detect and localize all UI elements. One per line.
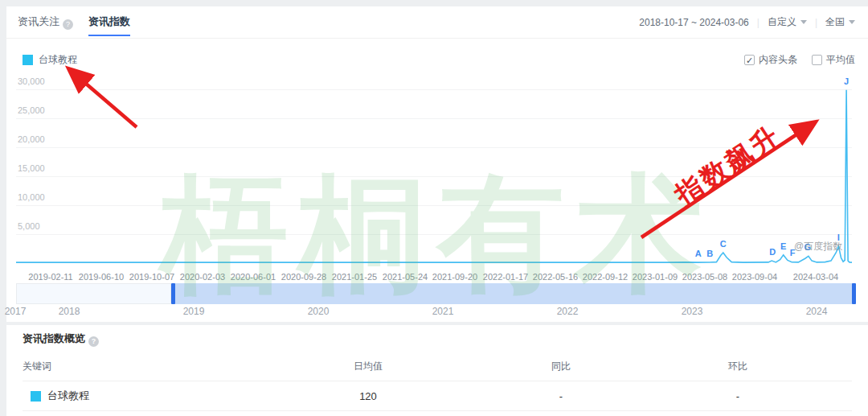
x-axis-tick: 2020-09-28 [281, 272, 326, 282]
x-axis-tick: 2022-05-16 [533, 272, 578, 282]
event-marker-A[interactable]: A [695, 249, 702, 258]
gridline [16, 89, 852, 90]
daily-avg-value: 120 [344, 390, 392, 402]
timeline-year-2018: 2018 [59, 306, 80, 317]
y-axis-tick: 10,000 [18, 192, 45, 202]
checkbox-average[interactable]: 平均值 [812, 53, 855, 67]
tab-news-index[interactable]: 资讯指数 [88, 14, 130, 29]
x-axis-tick: 2023-01-09 [633, 272, 678, 282]
y-axis-tick: 20,000 [18, 134, 45, 144]
x-axis-tick: 2022-01-17 [483, 272, 528, 282]
active-tab-underline [88, 35, 130, 36]
custom-range-dropdown[interactable]: 自定义 [768, 15, 807, 29]
y-axis-tick: 25,000 [18, 105, 45, 115]
mom-value: - [714, 390, 762, 402]
timeline-year-2021: 2021 [432, 306, 454, 317]
yoy-value: - [537, 390, 585, 402]
event-marker-I[interactable]: I [837, 233, 840, 242]
tab-news-attention[interactable]: 资讯关注? [18, 14, 73, 30]
timeline-year-2020: 2020 [308, 306, 330, 317]
panel-header: 资讯关注? 资讯指数 2018-10-17 ~ 2024-03-06 | 自定义… [6, 6, 868, 39]
x-axis-tick: 2022-09-12 [583, 272, 628, 282]
trend-chart: 30,00025,00020,00015,00010,0005,0002019-… [6, 71, 868, 280]
col-daily-avg: 日均值 [344, 360, 392, 373]
legend-keyword-label: 台球教程 [39, 53, 77, 67]
event-marker-E[interactable]: E [780, 241, 786, 251]
x-axis-tick: 2021-05-24 [383, 272, 428, 282]
keyword-cell: 台球教程 [23, 389, 344, 403]
timeline-year-2017: 2017 [5, 306, 27, 317]
chevron-down-icon [800, 20, 807, 24]
date-range[interactable]: 2018-10-17 ~ 2024-03-06 [639, 17, 748, 28]
event-marker-F[interactable]: F [790, 248, 796, 257]
slider-handle-left[interactable] [171, 283, 175, 304]
event-marker-G[interactable]: G [805, 242, 812, 252]
x-axis-tick: 2023-05-08 [682, 272, 727, 282]
gridline [16, 176, 852, 177]
timeline-year-2019: 2019 [183, 306, 205, 317]
legend-item-keyword[interactable]: 台球教程 [23, 53, 77, 67]
col-mom: 环比 [714, 360, 762, 373]
x-axis-tick: 2021-01-25 [332, 272, 377, 282]
table-header-row: 关键词 日均值 同比 环比 [23, 352, 852, 381]
x-axis-tick: 2019-02-11 [28, 272, 72, 282]
event-marker-D[interactable]: D [769, 247, 776, 257]
x-axis-tick: 2020-02-03 [180, 272, 225, 282]
gridline [16, 205, 852, 206]
divider: | [815, 17, 817, 28]
y-axis-tick: 15,000 [18, 163, 45, 173]
section-divider [6, 322, 868, 325]
event-marker-C[interactable]: C [720, 239, 727, 249]
keyword-color-swatch [31, 391, 41, 402]
slider-unselected-left[interactable] [16, 283, 171, 304]
table-row[interactable]: 台球教程 120 - - [23, 381, 852, 411]
checkbox-content-toutiao-label: 内容头条 [759, 53, 797, 67]
col-keyword: 关键词 [23, 360, 344, 373]
region-dropdown[interactable]: 全国 [825, 15, 855, 29]
y-axis-tick: 5,000 [18, 221, 40, 231]
timeline-year-2022: 2022 [557, 306, 579, 317]
gridline [16, 118, 852, 119]
tab-news-index-label: 资讯指数 [88, 15, 130, 27]
help-icon[interactable]: ? [63, 19, 73, 30]
divider: | [757, 17, 760, 28]
tab-news-attention-label: 资讯关注 [18, 15, 59, 27]
overview-title: 资讯指数概览? [23, 332, 99, 347]
overview-table: 关键词 日均值 同比 环比 台球教程 120 - - [23, 352, 852, 411]
chevron-down-icon [849, 20, 855, 24]
keyword-label: 台球教程 [47, 389, 89, 403]
checkbox-unchecked-icon [812, 55, 822, 65]
x-axis-tick: 2019-10-07 [129, 272, 174, 282]
gridline [16, 234, 852, 235]
help-icon[interactable]: ? [88, 336, 99, 347]
index-panel: 资讯关注? 资讯指数 2018-10-17 ~ 2024-03-06 | 自定义… [6, 6, 868, 416]
event-marker-J[interactable]: J [844, 76, 849, 86]
slider-selected-range[interactable] [174, 283, 855, 304]
event-marker-B[interactable]: B [706, 249, 713, 258]
legend-color-swatch [23, 55, 33, 65]
x-axis-tick: 2024-03-04 [793, 272, 838, 282]
x-axis-tick: 2021-09-20 [432, 272, 477, 282]
checkbox-content-toutiao[interactable]: ✓ 内容头条 [744, 53, 797, 67]
timeline-slider[interactable] [16, 283, 852, 304]
gridline [16, 147, 852, 148]
x-axis-tick: 2023-09-04 [732, 272, 777, 282]
x-axis-tick: 2019-06-10 [79, 272, 124, 282]
timeline-year-2024: 2024 [806, 306, 828, 317]
slider-handle-right[interactable] [852, 283, 856, 304]
col-yoy: 同比 [537, 360, 585, 373]
checkbox-average-label: 平均值 [826, 53, 855, 67]
x-axis-tick: 2020-06-01 [231, 272, 276, 282]
timeline-year-2023: 2023 [682, 306, 703, 317]
y-axis-tick: 30,000 [18, 76, 45, 86]
checkbox-checked-icon: ✓ [744, 55, 755, 65]
